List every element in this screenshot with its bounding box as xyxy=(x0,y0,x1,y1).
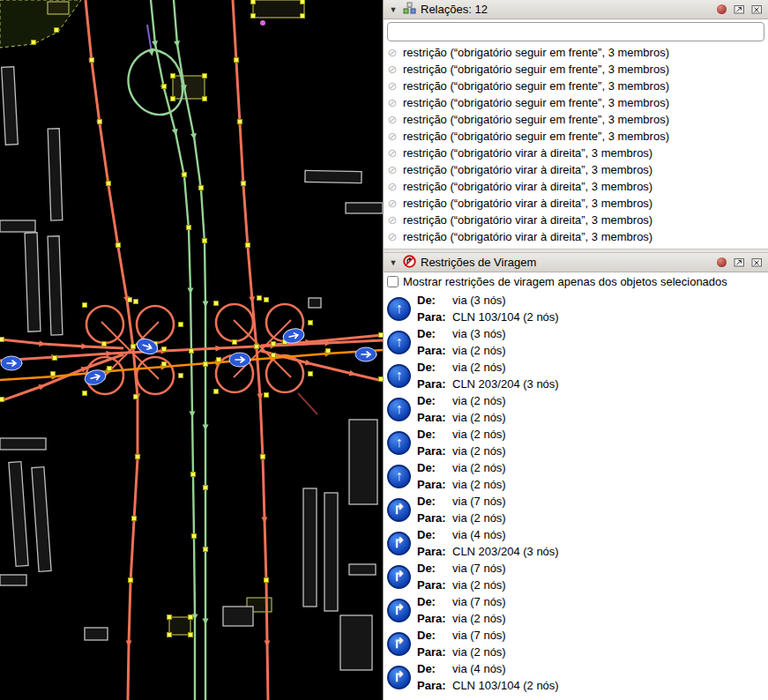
relation-label: restrição (“obrigatório virar à direita”… xyxy=(403,163,652,176)
restriction-map-icon xyxy=(1,356,22,370)
relation-label: restrição (“obrigatório virar à direita”… xyxy=(403,213,652,227)
turn-restriction-item[interactable]: ↱ De:via (7 nós) Para:via (2 nós) xyxy=(384,560,768,593)
para-label: Para: xyxy=(417,644,452,660)
restriction-relation-icon: ⊘ xyxy=(386,197,399,210)
relation-label: restrição (“obrigatório seguir em frente… xyxy=(403,79,669,93)
para-label: Para: xyxy=(417,376,452,392)
relation-list-item[interactable]: ⊘ restrição (“obrigatório seguir em fren… xyxy=(386,111,768,128)
close-button[interactable] xyxy=(750,256,764,269)
turn-straight-icon: ↑ xyxy=(387,398,411,421)
turn-restriction-item[interactable]: ↑ De:via (2 nós) Para:via (2 nós) xyxy=(384,459,768,493)
relation-list-item[interactable]: ⊘ restrição (“obrigatório virar à direit… xyxy=(386,161,768,178)
restriction-relation-icon: ⊘ xyxy=(386,230,399,243)
de-value: via (7 nós) xyxy=(452,562,506,575)
turn-restriction-item[interactable]: ↑ De:via (3 nós) Para:via (2 nós) xyxy=(384,325,768,359)
para-value: via (2 nós) xyxy=(452,578,506,592)
sticky-button[interactable] xyxy=(733,3,746,16)
de-label: De: xyxy=(417,359,452,376)
para-value: via (2 nós) xyxy=(452,645,506,659)
de-label: De: xyxy=(417,660,452,677)
restriction-relation-icon: ⊘ xyxy=(386,163,399,176)
para-value: via (2 nós) xyxy=(452,511,506,525)
turn-restriction-item[interactable]: ↱ De:via (7 nós) Para:via (2 nós) xyxy=(384,627,768,660)
de-label: De: xyxy=(417,493,452,510)
para-value: CLN 103/104 (2 nós) xyxy=(452,679,559,692)
relation-list-item[interactable]: ⊘ restrição (“obrigatório virar à direit… xyxy=(386,145,768,161)
relation-label: restrição (“obrigatório seguir em frente… xyxy=(403,96,669,109)
detach-icon xyxy=(717,257,727,267)
restriction-relation-icon: ⊘ xyxy=(386,79,399,93)
turn-restriction-item[interactable]: ↱ De:via (7 nós) Para:via (2 nós) xyxy=(384,493,768,526)
de-value: via (4 nós) xyxy=(452,662,506,675)
relations-panel: ▼ Relações: 12 ⊘ restrição (“obrigatório… xyxy=(384,0,768,249)
restriction-relation-icon: ⊘ xyxy=(386,46,399,59)
de-value: via (3 nós) xyxy=(452,327,506,340)
para-value: CLN 103/104 (2 nós) xyxy=(452,310,559,324)
turn-restriction-item[interactable]: ↱ De:via (7 nós) Para:via (2 nós) xyxy=(384,593,768,627)
relations-filter-input[interactable] xyxy=(387,22,764,41)
turn-straight-icon: ↑ xyxy=(387,364,411,388)
relation-list-item[interactable]: ⊘ restrição (“obrigatório seguir em fren… xyxy=(386,94,768,111)
de-value: via (2 nós) xyxy=(452,461,506,474)
turn-right-icon: ↱ xyxy=(387,599,411,622)
turn-right-icon: ↱ xyxy=(387,498,411,522)
relations-panel-icon xyxy=(403,2,416,17)
detach-button[interactable] xyxy=(715,256,728,269)
collapse-icon[interactable]: ▼ xyxy=(388,258,399,267)
turn-straight-icon: ↑ xyxy=(387,331,411,354)
relation-list-item[interactable]: ⊘ restrição (“obrigatório seguir em fren… xyxy=(386,44,768,61)
turn-straight-icon: ↑ xyxy=(387,431,411,455)
de-label: De: xyxy=(417,426,452,443)
de-value: via (2 nós) xyxy=(452,361,506,374)
relation-list-item[interactable]: ⊘ restrição (“obrigatório virar à direit… xyxy=(386,178,768,195)
relations-list: ⊘ restrição (“obrigatório seguir em fren… xyxy=(384,44,768,249)
restriction-relation-icon: ⊘ xyxy=(386,113,399,126)
de-label: De: xyxy=(417,627,452,644)
para-value: via (2 nós) xyxy=(452,444,506,458)
show-selected-only-label[interactable]: Mostrar restrições de viragem apenas dos… xyxy=(403,275,727,288)
collapse-icon[interactable]: ▼ xyxy=(388,5,399,14)
para-label: Para: xyxy=(417,476,452,493)
de-label: De: xyxy=(417,560,452,577)
close-icon xyxy=(751,4,763,15)
relation-label: restrição (“obrigatório virar à direita”… xyxy=(403,197,652,210)
turn-right-icon: ↱ xyxy=(387,532,411,555)
turn-restriction-item[interactable]: ↱ De:via (4 nós) Para:CLN 203/204 (3 nós… xyxy=(384,526,768,560)
show-selected-only-checkbox[interactable] xyxy=(387,276,399,287)
turn-restriction-item[interactable]: ↑ De:via (2 nós) Para:via (2 nós) xyxy=(384,426,768,459)
relation-list-item[interactable]: ⊘ restrição (“obrigatório virar à direit… xyxy=(386,228,768,245)
relation-list-item[interactable]: ⊘ restrição (“obrigatório seguir em fren… xyxy=(386,78,768,94)
restriction-relation-icon: ⊘ xyxy=(386,146,399,160)
relation-label: restrição (“obrigatório seguir em frente… xyxy=(403,113,669,126)
relation-list-item[interactable]: ⊘ restrição (“obrigatório seguir em fren… xyxy=(386,61,768,78)
para-label: Para: xyxy=(417,510,452,526)
turn-right-icon: ↱ xyxy=(387,666,411,689)
relation-list-item[interactable]: ⊘ restrição (“obrigatório virar à direit… xyxy=(386,195,768,212)
para-label: Para: xyxy=(417,342,452,359)
turn-restriction-item[interactable]: ↑ De:via (3 nós) Para:CLN 103/104 (2 nós… xyxy=(384,292,768,325)
restriction-map-icon xyxy=(355,347,377,361)
de-value: via (7 nós) xyxy=(452,629,506,642)
para-value: via (2 nós) xyxy=(452,478,506,491)
detach-button[interactable] xyxy=(715,3,728,16)
sticky-button[interactable] xyxy=(733,256,746,269)
turn-right-icon: ↱ xyxy=(387,632,411,656)
close-icon xyxy=(751,257,763,268)
restriction-relation-icon: ⊘ xyxy=(386,213,399,227)
turn-restriction-item[interactable]: ↱ De:via (4 nós) Para:CLN 103/104 (2 nós… xyxy=(384,660,768,694)
map-canvas[interactable] xyxy=(0,0,383,700)
de-value: via (3 nós) xyxy=(452,294,506,307)
restriction-relation-icon: ⊘ xyxy=(386,96,399,109)
relation-label: restrição (“obrigatório virar à direita”… xyxy=(403,180,652,193)
turn-restriction-item[interactable]: ↑ De:via (2 nós) Para:CLN 203/204 (3 nós… xyxy=(384,359,768,392)
filter-checkbox-row: Mostrar restrições de viragem apenas dos… xyxy=(384,272,768,290)
relation-list-item[interactable]: ⊘ restrição (“obrigatório virar à direit… xyxy=(386,212,768,228)
para-value: CLN 203/204 (3 nós) xyxy=(452,377,559,391)
relation-list-item[interactable]: ⊘ restrição (“obrigatório seguir em fren… xyxy=(386,128,768,145)
map-view[interactable] xyxy=(0,0,383,700)
restriction-map-icon xyxy=(229,353,250,367)
de-label: De: xyxy=(417,526,452,543)
turn-restriction-item[interactable]: ↑ De:via (2 nós) Para:via (2 nós) xyxy=(384,392,768,426)
close-button[interactable] xyxy=(750,3,764,16)
relation-label: restrição (“obrigatório virar à direita”… xyxy=(403,230,652,243)
